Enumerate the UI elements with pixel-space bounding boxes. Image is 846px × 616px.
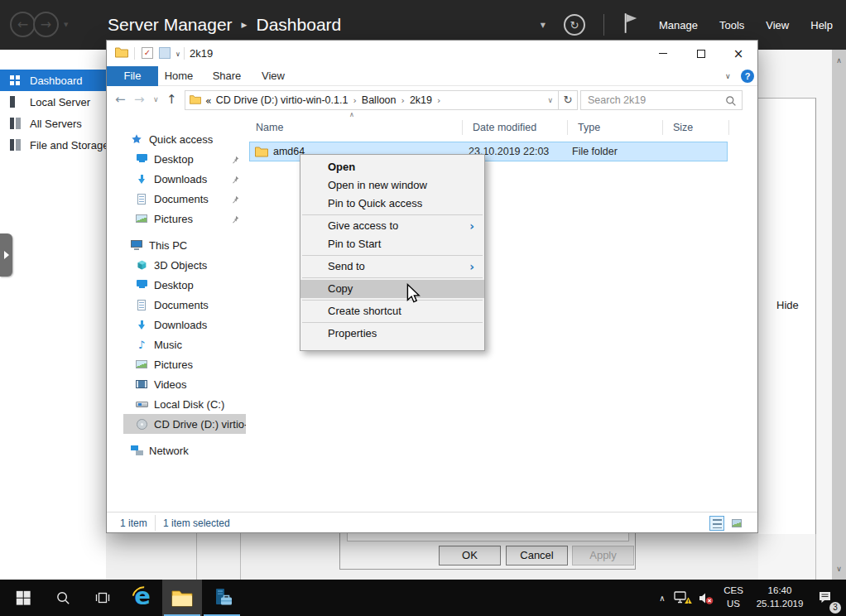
task-view-button[interactable] [83,580,123,616]
volume-muted-icon[interactable] [695,591,717,605]
thumbnails-view-button[interactable] [729,516,744,531]
help-icon[interactable]: ? [741,70,754,83]
apply-button[interactable]: Apply [572,546,634,565]
menu-item-copy[interactable]: Copy [300,280,484,298]
crumb-separator-icon[interactable]: › [352,95,357,106]
tree-item-downloads[interactable]: Downloads [107,169,246,189]
internet-explorer-button[interactable]: e [123,580,162,616]
path-overflow-icon[interactable]: « [205,94,212,107]
tab-share[interactable]: Share [205,66,248,86]
scrollbar[interactable]: ∧ ∨ [832,50,846,580]
customize-toolbar-chevron-icon[interactable]: ∨ [175,51,180,58]
tree-item-cd-drive-d[interactable]: CD Drive (D:) virtio-win-0.1.1 [107,414,246,434]
crumb-separator-icon[interactable]: › [401,95,406,106]
tab-file[interactable]: File [107,66,158,86]
clock[interactable]: 16:40 25.11.2019 [750,585,810,610]
tree-item-documents-pc[interactable]: Documents [107,295,246,315]
scroll-down-icon[interactable]: ∨ [832,565,846,573]
menu-item-properties[interactable]: Properties [300,325,484,343]
start-button[interactable] [3,580,43,616]
tree-item-documents[interactable]: Documents [107,189,246,209]
tree-item-local-disk-c[interactable]: Local Disk (C:) [107,394,246,414]
crumb-separator-icon[interactable]: › [436,95,441,106]
folder-icon [190,94,201,107]
action-center-button[interactable]: 3 [810,580,844,616]
language-indicator[interactable]: CES US [717,585,750,610]
address-toolbar: ← → ∨ ↑ « CD Drive (D:) virtio-win-0.1.1… [107,86,757,114]
menu-item-give-access-to[interactable]: Give access to › [300,217,484,235]
scroll-up-icon[interactable]: ∧ [832,56,846,65]
close-button[interactable]: × [719,41,757,66]
server-manager-taskbar-button[interactable] [202,580,242,616]
tree-item-desktop-pc[interactable]: Desktop [107,275,246,295]
tree-item-desktop[interactable]: Desktop [107,149,246,169]
column-header-name[interactable]: Name [246,120,463,135]
up-icon[interactable]: ↑ [166,92,177,107]
network-status-icon[interactable] [672,591,695,605]
menu-item-send-to[interactable]: Send to › [300,257,484,276]
menu-item-open[interactable]: Open [300,158,484,176]
sidebar-item-file-and-storage[interactable]: File and Storage Services [0,134,106,156]
tray-expand-chevron-icon[interactable]: ∧ [652,594,672,603]
breadcrumb-root[interactable]: Server Manager [108,15,233,35]
menu-manage[interactable]: Manage [657,16,699,35]
sidebar-item-dashboard[interactable]: Dashboard [0,70,106,91]
tree-item-pictures-pc[interactable]: Pictures [107,354,246,374]
new-folder-quick-icon[interactable] [159,47,171,59]
tree-item-music[interactable]: ♪ Music [107,334,246,354]
cancel-button[interactable]: Cancel [506,546,568,565]
expand-ribbon-chevron-icon[interactable]: ∨ [725,72,731,80]
properties-quick-icon[interactable]: ✓ [142,47,153,59]
menu-view[interactable]: View [764,16,791,35]
column-header-size[interactable]: Size [663,120,729,135]
menu-item-pin-to-start[interactable]: Pin to Start [300,235,484,253]
tree-item-label: Downloads [154,173,207,185]
tree-item-downloads-pc[interactable]: Downloads [107,315,246,334]
quick-access-star-icon [130,133,143,145]
column-header-type[interactable]: Type [568,120,663,135]
tab-home[interactable]: Home [160,66,198,86]
minimize-button[interactable] [644,41,682,66]
tree-item-network[interactable]: Network [107,440,246,460]
sidebar-flyout-handle[interactable] [0,233,12,277]
address-dropdown-chevron-icon[interactable]: ∨ [547,96,553,104]
tree-item-label: Documents [154,299,209,311]
sidebar-item-local-server[interactable]: Local Server [0,91,106,113]
mouse-cursor [406,283,424,307]
tree-item-quick-access[interactable]: Quick access [107,129,246,149]
tree-item-3d-objects[interactable]: 3D Objects [107,255,246,275]
details-view-button[interactable] [709,516,724,531]
file-explorer-taskbar-button[interactable] [162,580,202,616]
sidebar-item-all-servers[interactable]: All Servers [0,113,106,134]
back-icon[interactable]: ← [115,92,126,107]
flag-notifications-icon[interactable] [622,12,639,38]
breadcrumb-segment[interactable]: CD Drive (D:) virtio-win-0.1.1 [216,94,348,106]
forward-icon[interactable]: → [33,12,59,37]
address-bar[interactable]: « CD Drive (D:) virtio-win-0.1.1 › Ballo… [185,90,559,110]
breadcrumb-segment[interactable]: Balloon [362,94,397,106]
menu-item-create-shortcut[interactable]: Create shortcut [300,302,484,320]
recent-locations-chevron-icon[interactable]: ∨ [153,95,159,103]
refresh-icon[interactable]: ↻ [559,90,578,110]
search-input[interactable] [581,91,742,109]
refresh-icon[interactable]: ↻ [564,14,585,36]
tree-item-videos[interactable]: Videos [107,374,246,394]
nav-history-chevron-icon[interactable]: ▼ [64,22,68,28]
forward-icon[interactable]: → [134,92,145,107]
tree-item-pictures[interactable]: Pictures [107,209,246,229]
back-icon[interactable]: ← [10,12,36,37]
ok-button[interactable]: OK [439,546,501,565]
maximize-button[interactable] [682,41,720,66]
menu-item-open-in-new-window[interactable]: Open in new window [300,176,484,195]
menu-help[interactable]: Help [809,16,834,35]
tree-item-this-pc[interactable]: This PC [107,235,246,255]
tab-view[interactable]: View [256,66,291,86]
search-icon[interactable] [725,95,737,110]
breadcrumb-segment[interactable]: 2k19 [410,94,432,106]
hide-button[interactable]: Hide [776,299,799,311]
column-header-date-modified[interactable]: Date modified [463,120,568,135]
search-button[interactable] [43,580,83,616]
menu-tools[interactable]: Tools [718,16,746,35]
notifications-chevron-icon[interactable]: ▼ [541,22,546,29]
menu-item-pin-to-quick-access[interactable]: Pin to Quick access [300,195,484,213]
